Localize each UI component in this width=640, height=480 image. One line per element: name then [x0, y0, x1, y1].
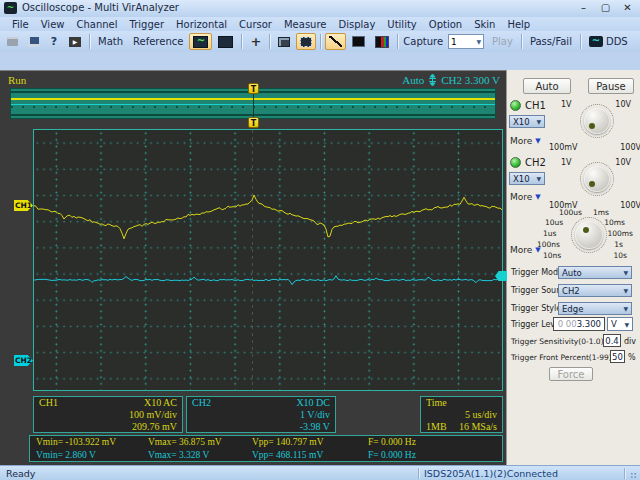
ch1-probe-value: X10	[513, 117, 530, 127]
resize-grip[interactable]	[630, 472, 637, 479]
toolbar-separator	[397, 34, 398, 49]
ch1-knob-pointer	[589, 123, 595, 129]
minimize-button[interactable]: –	[574, 1, 593, 15]
menu-file[interactable]: File	[6, 19, 35, 30]
app-window: { "window": {"title": "Oscilloscope - Mu…	[0, 0, 640, 480]
ch2-measurements: Vmin= 2.860 V Vmax= 3.328 V Vpp= 468.115…	[36, 449, 496, 462]
menu-help[interactable]: Help	[501, 19, 536, 30]
dds-icon: ~	[589, 36, 603, 47]
menu-option[interactable]: Option	[423, 19, 468, 30]
grid-color-button[interactable]	[371, 33, 393, 50]
trigger-position-marker-main[interactable]: T	[248, 117, 259, 128]
capture-select[interactable]: 1 ▼	[448, 34, 484, 49]
reference-button[interactable]: Reference	[129, 33, 187, 50]
time-name: Time	[426, 397, 447, 409]
trigger-style-select[interactable]: Edge ▼	[558, 302, 632, 315]
menu-trigger[interactable]: Trigger	[124, 19, 171, 30]
timebase-knob[interactable]	[575, 221, 603, 249]
save-button[interactable]	[24, 33, 43, 50]
ch1-volts-knob[interactable]	[584, 108, 610, 134]
waveform-traces	[34, 130, 502, 390]
menu-utility[interactable]: Utility	[381, 19, 422, 30]
grid-color-icon	[375, 36, 389, 48]
trigger-mode-select[interactable]: Auto ▼	[558, 266, 632, 279]
time-more-button[interactable]: More▼	[510, 245, 541, 255]
ch1-probe-select[interactable]: X10 ▼	[509, 115, 545, 128]
force-button[interactable]: Force	[549, 367, 593, 381]
menu-display[interactable]: Display	[332, 19, 381, 30]
trigger-level-input[interactable]: 0 00 3.300	[553, 317, 605, 331]
time-label-100ms: 100ms	[607, 229, 633, 238]
chevron-down-icon: ▼	[623, 287, 628, 294]
time-label-10s: 10s	[614, 251, 627, 260]
measurement-box: Vmin= -103.922 mV Vmax= 36.875 mV Vpp= 1…	[29, 435, 503, 462]
knob-label-1v: 1V	[561, 100, 572, 109]
probe-adjust-button[interactable]	[274, 33, 294, 50]
menu-horizontal[interactable]: Horizontal	[170, 19, 233, 30]
help-button[interactable]: ?	[45, 33, 63, 50]
maximize-button[interactable]: ▢	[596, 1, 615, 15]
waveform-display	[33, 129, 503, 391]
auto-button[interactable]: Auto	[523, 78, 571, 94]
ch1-probe-coupling: X10 AC	[144, 397, 177, 409]
pan-button[interactable]: +	[246, 33, 265, 50]
ch1-enable[interactable]: CH1	[510, 100, 546, 111]
capture-select-value: 1	[451, 37, 457, 47]
ch2-name: CH2	[192, 397, 211, 409]
memory-depth: 1MB	[426, 421, 447, 433]
menu-view[interactable]: View	[35, 19, 71, 30]
background-color-button[interactable]	[348, 33, 369, 50]
play-button[interactable]: Play	[488, 33, 517, 50]
snapshot-button[interactable]: ▶	[65, 33, 85, 50]
probe-adjust-icon	[278, 37, 290, 47]
trigger-level-unit-select[interactable]: V ▼	[607, 317, 633, 331]
ch2-position-marker[interactable]: CH2	[14, 355, 33, 366]
trigger-sensitivity-label: Trigger Sensitivity(0-1.0)	[511, 337, 604, 346]
trigger-mode-value: Auto	[562, 268, 582, 278]
menu-cursor[interactable]: Cursor	[233, 19, 278, 30]
menu-skin[interactable]: Skin	[468, 19, 501, 30]
trigger-front-input[interactable]: 50	[610, 350, 625, 363]
knob-label-10v: 10V	[615, 158, 631, 167]
menu-measure[interactable]: Measure	[278, 19, 333, 30]
ch1-info-box: CH1 X10 AC 100 mV/div 209.76 mV	[33, 396, 183, 433]
ch2-probe-select[interactable]: X10 ▼	[509, 172, 545, 185]
trigger-sensitivity-input[interactable]: 0.4	[603, 334, 621, 347]
ch1-position-marker[interactable]: CH1	[14, 200, 33, 211]
window-title: Oscilloscope - Multi VirAnalyzer	[22, 2, 179, 13]
snapshot-icon: ▶	[69, 37, 81, 47]
sample-rate: 16 MSa/s	[459, 421, 497, 433]
trigger-source-select[interactable]: CH2 ▼	[558, 284, 632, 297]
ch2-more-button[interactable]: More▼	[510, 192, 541, 202]
single-display-button[interactable]	[214, 33, 237, 50]
ch2-volts-knob[interactable]	[584, 166, 610, 192]
knob-label-100mv: 100mV	[549, 143, 578, 152]
toolbar-separator	[241, 34, 242, 49]
math-button[interactable]: Math	[94, 33, 127, 50]
ch1-trace	[34, 195, 502, 239]
passfail-button[interactable]: Pass/Fail	[526, 33, 576, 50]
open-button[interactable]	[3, 33, 22, 50]
menu-channel[interactable]: Channel	[70, 19, 123, 30]
dds-label: DDS	[606, 36, 628, 47]
ch2-freq: F= 0.000 Hz	[368, 449, 416, 462]
close-button[interactable]: ✕	[618, 1, 637, 15]
ch2-vmax: Vmax= 3.328 V	[148, 449, 252, 462]
line-color-button[interactable]	[325, 33, 346, 50]
trigger-position-marker-overview[interactable]: T	[248, 83, 259, 94]
device-status: ISDS205A(1.1)(2)Connected	[424, 468, 558, 479]
ch1-more-button[interactable]: More▼	[510, 136, 541, 146]
pause-button[interactable]: Pause	[588, 78, 634, 94]
wave-display-button[interactable]: ~	[189, 33, 212, 50]
chevron-down-icon: ▼	[476, 38, 481, 45]
time-label-100us: 100us	[559, 208, 582, 217]
chevron-down-icon: ▼	[536, 118, 541, 125]
time-label-1us: 1us	[543, 229, 556, 238]
ch2-vmin: Vmin= 2.860 V	[36, 449, 148, 462]
trigger-mode-label: Trigger Mode	[511, 268, 563, 277]
trigger-style-value: Edge	[562, 304, 583, 314]
zoom-select-button[interactable]	[296, 33, 316, 50]
toolbar-separator	[320, 34, 321, 49]
dds-button[interactable]: ~ DDS	[585, 33, 632, 50]
ch2-enable[interactable]: CH2	[510, 157, 546, 168]
